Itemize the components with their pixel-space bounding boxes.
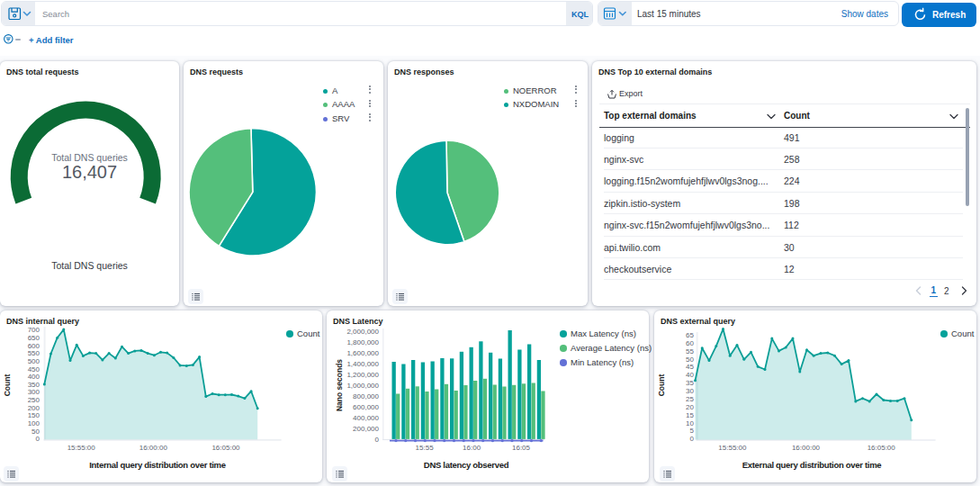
svg-text:45: 45 bbox=[686, 363, 694, 371]
svg-text:Nano seconds: Nano seconds bbox=[335, 359, 344, 411]
svg-text:15:55:00: 15:55:00 bbox=[67, 444, 96, 452]
svg-text:15:55: 15:55 bbox=[416, 444, 435, 452]
svg-text:0: 0 bbox=[375, 436, 380, 444]
svg-text:15: 15 bbox=[686, 411, 694, 419]
svg-text:200,000: 200,000 bbox=[353, 425, 379, 433]
svg-text:35: 35 bbox=[686, 379, 694, 387]
svg-text:1,400,000: 1,400,000 bbox=[346, 360, 379, 368]
svg-text:Count: Count bbox=[657, 374, 666, 397]
svg-text:20: 20 bbox=[686, 403, 694, 411]
svg-text:600,000: 600,000 bbox=[353, 403, 379, 411]
svg-text:400,000: 400,000 bbox=[353, 414, 379, 422]
svg-text:30: 30 bbox=[686, 387, 694, 395]
svg-text:1,200,000: 1,200,000 bbox=[346, 371, 379, 379]
svg-text:16:00:00: 16:00:00 bbox=[139, 444, 168, 452]
svg-text:0: 0 bbox=[36, 435, 40, 443]
svg-text:16:05:00: 16:05:00 bbox=[868, 444, 896, 452]
svg-text:16:00: 16:00 bbox=[463, 444, 481, 452]
svg-text:400: 400 bbox=[28, 373, 40, 381]
svg-text:800,000: 800,000 bbox=[353, 392, 379, 400]
svg-text:1,000,000: 1,000,000 bbox=[346, 382, 379, 390]
svg-text:150: 150 bbox=[28, 411, 40, 419]
svg-text:2,000,000: 2,000,000 bbox=[346, 328, 379, 336]
svg-text:55: 55 bbox=[686, 347, 694, 356]
svg-text:65: 65 bbox=[686, 331, 694, 339]
svg-text:25: 25 bbox=[686, 395, 694, 403]
svg-text:1,600,000: 1,600,000 bbox=[346, 349, 379, 357]
svg-text:0: 0 bbox=[690, 435, 695, 443]
svg-text:16:05:00: 16:05:00 bbox=[211, 444, 240, 452]
svg-text:60: 60 bbox=[686, 339, 694, 347]
svg-text:16:05: 16:05 bbox=[512, 444, 531, 452]
svg-text:40: 40 bbox=[686, 371, 694, 379]
svg-text:Count: Count bbox=[3, 374, 12, 397]
svg-text:15:55:00: 15:55:00 bbox=[718, 444, 747, 452]
svg-text:10: 10 bbox=[686, 419, 694, 428]
svg-text:16:00:00: 16:00:00 bbox=[792, 444, 821, 452]
svg-text:1,800,000: 1,800,000 bbox=[346, 338, 379, 346]
svg-text:5: 5 bbox=[690, 427, 695, 435]
svg-text:600: 600 bbox=[28, 342, 40, 350]
svg-text:50: 50 bbox=[686, 356, 694, 364]
